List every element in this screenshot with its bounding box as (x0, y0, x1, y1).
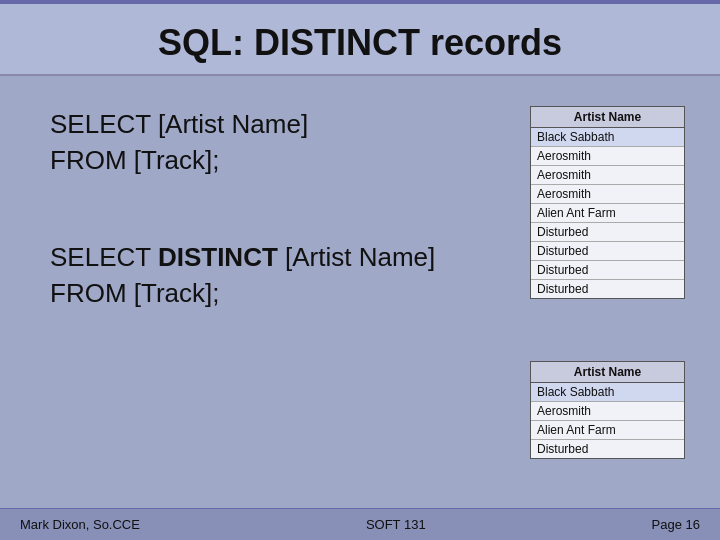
footer-center: SOFT 131 (366, 517, 426, 532)
table1: Artist Name Black Sabbath Aerosmith Aero… (530, 106, 685, 299)
query2: SELECT DISTINCT [Artist Name] FROM [Trac… (50, 239, 510, 459)
query1-line1: SELECT [Artist Name] (50, 106, 510, 142)
query2-bold: DISTINCT (158, 242, 278, 272)
table-row: Alien Ant Farm (531, 421, 684, 440)
main-content: SELECT [Artist Name] FROM [Track]; SELEC… (0, 76, 720, 459)
query2-prefix: SELECT (50, 242, 158, 272)
table-row: Disturbed (531, 440, 684, 458)
table-row: Aerosmith (531, 166, 684, 185)
right-panel-wrapper: Artist Name Black Sabbath Aerosmith Aero… (530, 106, 690, 459)
table-row: Alien Ant Farm (531, 204, 684, 223)
table1-header: Artist Name (531, 107, 684, 128)
table-row: Disturbed (531, 280, 684, 298)
table-row: Black Sabbath (531, 383, 684, 402)
query1-line2: FROM [Track]; (50, 142, 510, 178)
query2-line1: SELECT DISTINCT [Artist Name] (50, 239, 510, 275)
query1: SELECT [Artist Name] FROM [Track]; (50, 106, 510, 179)
table2-header: Artist Name (531, 362, 684, 383)
footer: Mark Dixon, So.CCE SOFT 131 Page 16 (0, 508, 720, 540)
footer-right: Page 16 (652, 517, 700, 532)
table2: Artist Name Black Sabbath Aerosmith Alie… (530, 361, 685, 459)
query2-suffix: [Artist Name] (278, 242, 435, 272)
table-row: Aerosmith (531, 147, 684, 166)
table-row: Disturbed (531, 261, 684, 280)
table-row: Disturbed (531, 242, 684, 261)
table-row: Aerosmith (531, 185, 684, 204)
page-title: SQL: DISTINCT records (0, 4, 720, 76)
query2-line2: FROM [Track]; (50, 275, 510, 311)
table-row: Black Sabbath (531, 128, 684, 147)
table-row: Aerosmith (531, 402, 684, 421)
footer-left: Mark Dixon, So.CCE (20, 517, 140, 532)
table-row: Disturbed (531, 223, 684, 242)
left-panel: SELECT [Artist Name] FROM [Track]; SELEC… (50, 106, 510, 459)
